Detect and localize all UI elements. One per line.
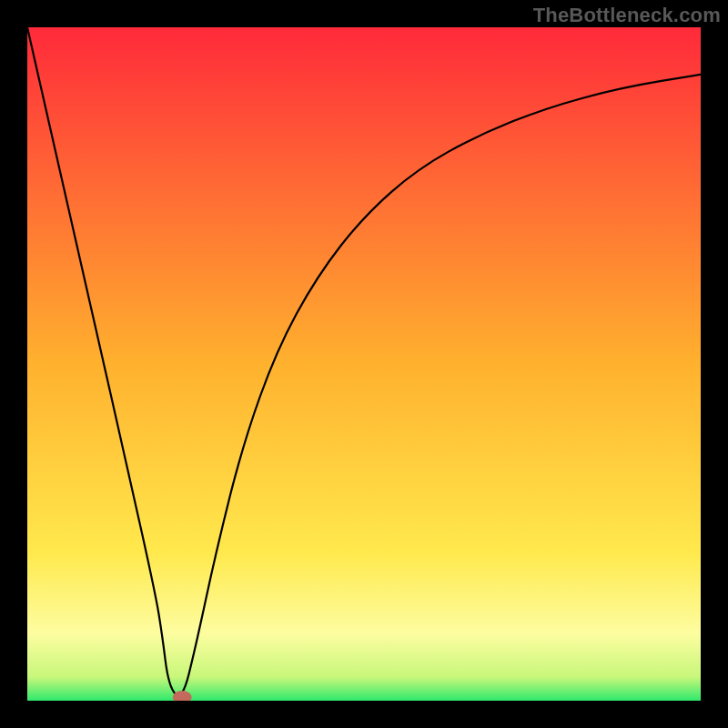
plot-area [27, 27, 701, 701]
chart-frame: TheBottleneck.com [0, 0, 728, 728]
gradient-background [27, 27, 701, 701]
watermark-text: TheBottleneck.com [533, 4, 721, 27]
bottleneck-chart [27, 27, 701, 701]
